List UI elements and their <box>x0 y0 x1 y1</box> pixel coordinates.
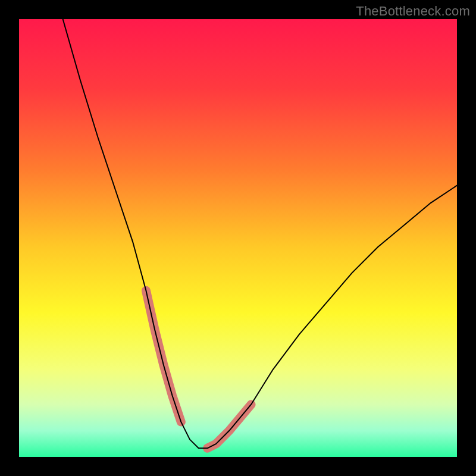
curve-layer <box>19 19 457 457</box>
bottleneck-curve <box>63 19 457 448</box>
highlight-segment <box>208 405 252 449</box>
highlight-segment <box>146 290 181 422</box>
watermark-text: TheBottleneck.com <box>356 4 470 19</box>
plot-area <box>19 19 457 457</box>
highlight-group <box>146 290 251 448</box>
chart-frame: TheBottleneck.com <box>0 0 476 476</box>
